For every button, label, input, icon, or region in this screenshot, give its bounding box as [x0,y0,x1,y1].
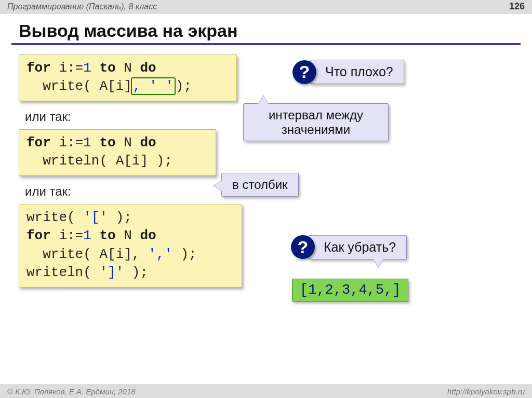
output-example: [1,2,3,4,5,] [292,279,408,301]
question-mark-icon: ? [292,60,316,84]
header-bar: Программирование (Паскаль), 8 класс 126 [0,0,532,13]
code-block-3: write( '[' ); for i:=1 to N do write( A[… [19,204,242,287]
highlighted-separator: , ' ' [131,77,176,95]
copyright: © К.Ю. Поляков, Е.А. Ерёмин, 2018 [7,387,136,396]
callout-interval: интервал между значениями [243,103,389,141]
site-url: http://kpolyakov.spb.ru [447,387,525,396]
question-2-text: Как убрать? [309,235,407,259]
question-1-text: Что плохо? [310,60,404,84]
code-block-1: for i:=1 to N do write( A[i], ' '); [19,54,237,101]
footer-bar: © К.Ю. Поляков, Е.А. Ерёмин, 2018 http:/… [0,385,532,398]
question-1: ? Что плохо? [292,60,404,84]
page-title: Вывод массива на экран [19,21,532,41]
question-2: ? Как убрать? [291,235,407,259]
content-area: for i:=1 to N do write( A[i], ' '); или … [0,54,532,287]
title-underline [11,43,521,45]
page-number: 126 [509,1,525,12]
callout-column: в столбик [221,173,299,197]
course-label: Программирование (Паскаль), 8 класс [7,2,157,11]
code-block-2: for i:=1 to N do writeln( A[i] ); [19,129,216,176]
